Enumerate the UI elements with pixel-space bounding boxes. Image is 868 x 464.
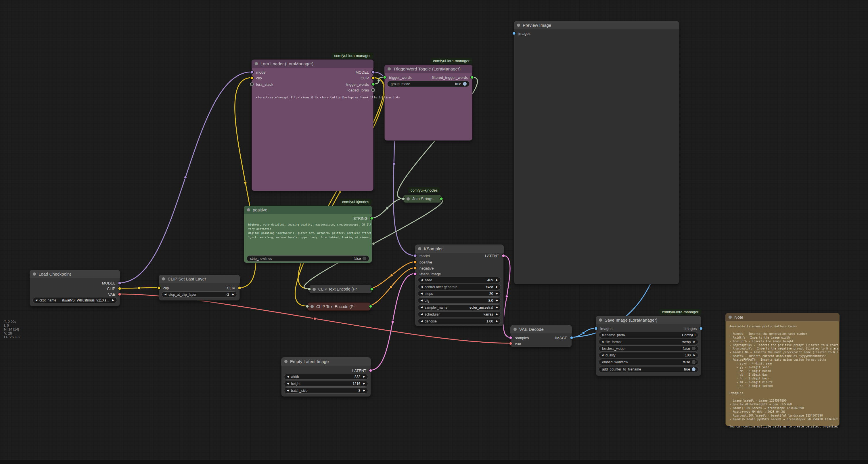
VAE-out-port[interactable] (118, 293, 122, 296)
loaded_loras-out-port[interactable] (371, 88, 375, 92)
collapse-dot-icon[interactable] (247, 208, 250, 211)
node-triggerword-toggle[interactable]: TriggerWord Toggle (LoraManager)comfyui-… (384, 65, 472, 141)
node-preview-image[interactable]: Preview Imageimages (514, 21, 679, 284)
vae-in-port[interactable] (509, 342, 513, 346)
toggle-off-icon[interactable] (363, 257, 366, 260)
decrement-arrow-icon[interactable]: ◀ (421, 320, 423, 322)
collapse-dot-icon[interactable] (517, 24, 520, 27)
clip-text-encode-negative-out-port[interactable] (369, 304, 373, 308)
increment-arrow-icon[interactable]: ▶ (496, 292, 498, 295)
collapse-dot-icon[interactable] (728, 316, 732, 319)
decrement-arrow-icon[interactable]: ◀ (421, 306, 423, 309)
widget-batch_size[interactable]: ◀batch_size3▶ (284, 387, 368, 394)
widget-width[interactable]: ◀width832▶ (284, 374, 368, 380)
node-canvas[interactable]: Preview ImageimagesTriggerWord Toggle (L… (0, 0, 868, 464)
increment-arrow-icon[interactable]: ▶ (496, 313, 498, 316)
collapse-dot-icon[interactable] (599, 318, 602, 322)
widget-add_counter_to_filename[interactable]: add_counter_to_filenametrue (598, 366, 699, 372)
decrement-arrow-icon[interactable]: ◀ (287, 389, 289, 392)
collapse-dot-icon[interactable] (284, 360, 287, 363)
node-clip-set-last-layer[interactable]: CLIP Set Last LayerclipCLIP◀stop_at_clip… (159, 275, 240, 300)
decrement-arrow-icon[interactable]: ◀ (35, 299, 37, 301)
collapse-dot-icon[interactable] (418, 247, 421, 250)
LATENT-out-port[interactable] (369, 369, 373, 373)
node-clip-text-encode-positive[interactable]: CLIP Text Encode (Pr (309, 285, 372, 293)
positive-in-port[interactable] (413, 260, 417, 264)
widget-embed_workflow[interactable]: embed_workflowfalse (598, 359, 699, 365)
node-titlebar[interactable]: TriggerWord Toggle (LoraManager) (384, 65, 472, 73)
images-in-port[interactable] (513, 32, 516, 35)
node-join-strings[interactable]: Join Stringscomfyui-kjnodes (403, 195, 442, 203)
clip-in-port[interactable] (250, 76, 254, 80)
widget-denoise[interactable]: ◀denoise1.00▶ (418, 318, 501, 324)
images-in-port[interactable] (594, 327, 598, 330)
collapse-dot-icon[interactable] (312, 288, 316, 291)
MODEL-out-port[interactable] (118, 281, 122, 285)
decrement-arrow-icon[interactable]: ◀ (421, 313, 423, 316)
node-text-content[interactable]: <lora:CreateConcept_Illustrious:0.8> <lo… (256, 95, 400, 99)
negative-in-port[interactable] (413, 266, 417, 270)
increment-arrow-icon[interactable]: ▶ (693, 341, 695, 343)
trigger_words-out-port[interactable] (371, 83, 375, 86)
node-text-content[interactable]: Available filename_prefix Pattern Codes … (730, 325, 838, 429)
collapse-dot-icon[interactable] (162, 277, 165, 281)
collapse-dot-icon[interactable] (388, 67, 391, 70)
widget-ckpt_name[interactable]: ◀ckpt_nameil\waiNSFWIllustrious_v110.s..… (32, 297, 117, 303)
join-strings-in-port[interactable] (402, 197, 405, 201)
toggle-on-icon[interactable] (692, 367, 695, 371)
widget-steps[interactable]: ◀steps20▶ (418, 291, 501, 297)
images-out-port[interactable] (699, 327, 703, 330)
node-lora-loader[interactable]: Lora Loader (LoraManager)comfyui-lora-ma… (252, 60, 373, 191)
model-in-port[interactable] (413, 254, 417, 258)
widget-quality[interactable]: ◀quality100▶ (598, 352, 699, 358)
decrement-arrow-icon[interactable]: ◀ (601, 354, 603, 356)
widget-height[interactable]: ◀height1216▶ (284, 381, 368, 387)
widget-cfg[interactable]: ◀cfg8.0▶ (418, 297, 501, 303)
decrement-arrow-icon[interactable]: ◀ (287, 375, 289, 378)
node-titlebar[interactable]: CLIP Set Last Layer (159, 275, 240, 283)
decrement-arrow-icon[interactable]: ◀ (421, 292, 423, 295)
widget-sampler_name[interactable]: ◀sampler_nameeuler_ancestral▶ (418, 304, 501, 310)
widget-group_mode[interactable]: group_modetrue (387, 81, 469, 87)
samples-in-port[interactable] (509, 336, 513, 340)
collapse-dot-icon[interactable] (255, 62, 258, 65)
node-note[interactable]: NoteAvailable filename_prefix Pattern Co… (725, 313, 840, 426)
collapse-dot-icon[interactable] (514, 328, 517, 331)
CLIP-out-port[interactable] (371, 76, 375, 80)
IMAGE-out-port[interactable] (570, 336, 574, 340)
widget-scheduler[interactable]: ◀schedulerkarras▶ (418, 311, 501, 317)
node-text-content[interactable]: highres, very detailed, amazing quality,… (248, 223, 371, 239)
node-ksampler[interactable]: KSamplermodelpositivenegativelatent_imag… (415, 244, 504, 326)
toggle-off-icon[interactable] (692, 347, 695, 350)
lora_stack-in-port[interactable] (250, 83, 254, 86)
increment-arrow-icon[interactable]: ▶ (496, 286, 498, 288)
increment-arrow-icon[interactable]: ▶ (112, 299, 114, 301)
node-vae-decode[interactable]: VAE DecodesamplesvaeIMAGE (510, 325, 572, 347)
node-titlebar[interactable]: Save Image (LoraManager) (596, 316, 701, 324)
filtered_trigger_words-out-port[interactable] (470, 76, 474, 79)
node-save-image[interactable]: Save Image (LoraManager)comfyui-lora-man… (596, 316, 701, 376)
widget-strip_newlines[interactable]: strip_newlinesfalse (247, 256, 369, 261)
node-titlebar[interactable]: Note (725, 313, 840, 321)
decrement-arrow-icon[interactable]: ◀ (601, 341, 603, 343)
decrement-arrow-icon[interactable]: ◀ (287, 382, 289, 385)
collapse-dot-icon[interactable] (311, 305, 314, 308)
toggle-off-icon[interactable] (692, 360, 695, 364)
node-positive-prompt[interactable]: positivecomfyui-kjnodesSTRINGstrip_newli… (244, 206, 372, 263)
clip-text-encode-positive-out-port[interactable] (370, 287, 374, 291)
toggle-on-icon[interactable] (463, 82, 467, 86)
widget-control after generate[interactable]: ◀control after generatefixed▶ (418, 284, 501, 290)
node-titlebar[interactable]: positive (244, 206, 372, 214)
clip-text-encode-positive-in-port[interactable] (308, 287, 311, 291)
increment-arrow-icon[interactable]: ▶ (693, 354, 695, 356)
join-strings-out-port[interactable] (440, 197, 443, 201)
widget-file_format[interactable]: ◀file_formatwebp▶ (598, 339, 699, 345)
increment-arrow-icon[interactable]: ▶ (363, 375, 365, 378)
increment-arrow-icon[interactable]: ▶ (496, 299, 498, 302)
CLIP-out-port[interactable] (118, 287, 122, 291)
node-titlebar[interactable]: Empty Latent Image (281, 357, 371, 366)
MODEL-out-port[interactable] (371, 70, 375, 74)
model-in-port[interactable] (250, 70, 254, 74)
increment-arrow-icon[interactable]: ▶ (363, 389, 365, 392)
clip-text-encode-negative-in-port[interactable] (306, 304, 309, 308)
